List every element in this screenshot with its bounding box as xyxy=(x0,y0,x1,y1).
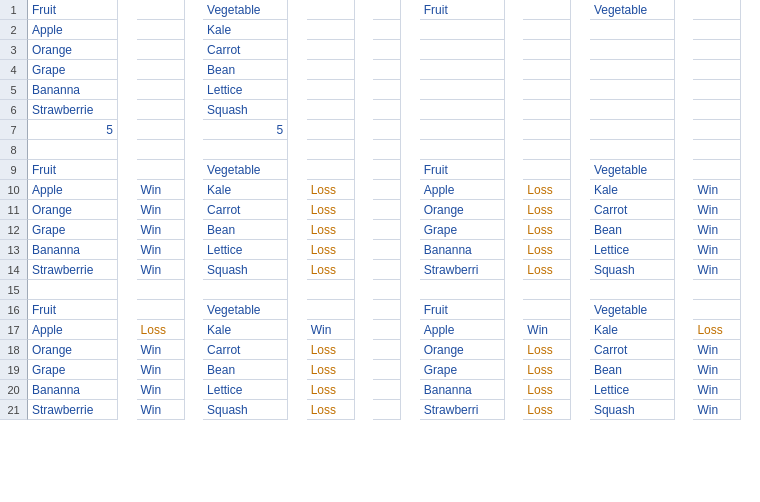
cell[interactable] xyxy=(590,80,675,100)
cell[interactable]: Kale xyxy=(203,320,288,340)
cell[interactable] xyxy=(420,140,505,160)
cell[interactable]: Win xyxy=(693,180,741,200)
cell[interactable]: Lettice xyxy=(590,380,675,400)
cell[interactable] xyxy=(307,60,355,80)
cell[interactable]: Loss xyxy=(137,320,185,340)
cell[interactable]: Loss xyxy=(523,380,571,400)
cell[interactable] xyxy=(693,160,741,180)
cell[interactable]: Vegetable xyxy=(590,300,675,320)
cell[interactable] xyxy=(373,120,401,140)
cell[interactable] xyxy=(420,60,505,80)
cell[interactable]: Loss xyxy=(523,360,571,380)
cell[interactable]: Bananna xyxy=(420,380,505,400)
cell[interactable]: Loss xyxy=(523,180,571,200)
cell[interactable] xyxy=(523,100,571,120)
cell[interactable]: Orange xyxy=(28,40,118,60)
cell[interactable] xyxy=(373,380,401,400)
cell[interactable]: Loss xyxy=(523,400,571,420)
cell[interactable]: Bananna xyxy=(28,240,118,260)
cell[interactable]: Bean xyxy=(590,220,675,240)
cell[interactable] xyxy=(307,20,355,40)
cell[interactable]: Squash xyxy=(203,400,288,420)
cell[interactable]: Orange xyxy=(420,200,505,220)
cell[interactable]: Lettice xyxy=(203,240,288,260)
cell[interactable] xyxy=(373,140,401,160)
cell[interactable]: Fruit xyxy=(28,300,118,320)
cell[interactable] xyxy=(307,40,355,60)
cell[interactable] xyxy=(203,140,288,160)
cell[interactable]: Loss xyxy=(307,240,355,260)
cell[interactable]: Loss xyxy=(523,220,571,240)
cell[interactable]: Win xyxy=(137,340,185,360)
cell[interactable] xyxy=(373,280,401,300)
cell[interactable]: Carrot xyxy=(203,200,288,220)
cell[interactable] xyxy=(373,160,401,180)
cell[interactable]: Fruit xyxy=(420,300,505,320)
cell[interactable]: Vegetable xyxy=(203,160,288,180)
cell[interactable]: Grape xyxy=(28,60,118,80)
cell[interactable] xyxy=(137,120,185,140)
cell[interactable]: Loss xyxy=(307,200,355,220)
cell[interactable]: Grape xyxy=(420,220,505,240)
cell[interactable] xyxy=(693,120,741,140)
cell[interactable]: Orange xyxy=(28,200,118,220)
cell[interactable] xyxy=(373,340,401,360)
cell[interactable]: Squash xyxy=(203,100,288,120)
cell[interactable] xyxy=(373,20,401,40)
cell[interactable] xyxy=(307,280,355,300)
cell[interactable]: Win xyxy=(693,400,741,420)
cell[interactable]: Loss xyxy=(307,380,355,400)
cell[interactable]: Squash xyxy=(203,260,288,280)
cell[interactable]: Win xyxy=(693,260,741,280)
cell[interactable]: Win xyxy=(307,320,355,340)
cell[interactable]: Win xyxy=(693,360,741,380)
cell[interactable] xyxy=(420,100,505,120)
cell[interactable] xyxy=(420,80,505,100)
cell[interactable]: Strawberrie xyxy=(28,400,118,420)
cell[interactable]: Loss xyxy=(307,340,355,360)
cell[interactable]: Apple xyxy=(28,320,118,340)
cell[interactable] xyxy=(137,300,185,320)
cell[interactable]: Carrot xyxy=(590,200,675,220)
cell[interactable] xyxy=(590,120,675,140)
cell[interactable]: Vegetable xyxy=(203,0,288,20)
cell[interactable] xyxy=(137,0,185,20)
cell[interactable]: Lettice xyxy=(203,80,288,100)
cell[interactable]: Lettice xyxy=(590,240,675,260)
cell[interactable]: Bananna xyxy=(420,240,505,260)
cell[interactable]: Loss xyxy=(307,180,355,200)
cell[interactable]: Win xyxy=(523,320,571,340)
cell[interactable] xyxy=(693,0,741,20)
cell[interactable] xyxy=(373,360,401,380)
cell[interactable] xyxy=(373,60,401,80)
cell[interactable] xyxy=(373,240,401,260)
cell[interactable]: Vegetable xyxy=(590,0,675,20)
cell[interactable]: Win xyxy=(137,260,185,280)
cell[interactable] xyxy=(137,280,185,300)
cell[interactable]: Strawberrie xyxy=(28,260,118,280)
cell[interactable] xyxy=(28,280,118,300)
cell[interactable]: Strawberrie xyxy=(28,100,118,120)
cell[interactable] xyxy=(137,160,185,180)
cell[interactable] xyxy=(307,300,355,320)
cell[interactable]: Kale xyxy=(590,180,675,200)
cell[interactable]: Grape xyxy=(28,220,118,240)
cell[interactable] xyxy=(693,300,741,320)
cell[interactable] xyxy=(137,100,185,120)
cell[interactable] xyxy=(307,100,355,120)
cell[interactable] xyxy=(693,40,741,60)
cell[interactable]: Win xyxy=(137,380,185,400)
cell[interactable]: Win xyxy=(137,360,185,380)
cell[interactable] xyxy=(373,220,401,240)
cell[interactable]: Strawberri xyxy=(420,400,505,420)
cell[interactable] xyxy=(693,20,741,40)
cell[interactable] xyxy=(523,160,571,180)
cell[interactable] xyxy=(693,60,741,80)
cell[interactable] xyxy=(307,140,355,160)
cell[interactable]: Win xyxy=(693,200,741,220)
cell[interactable] xyxy=(693,80,741,100)
cell[interactable] xyxy=(590,280,675,300)
cell[interactable] xyxy=(523,40,571,60)
cell[interactable] xyxy=(373,0,401,20)
cell[interactable] xyxy=(307,80,355,100)
